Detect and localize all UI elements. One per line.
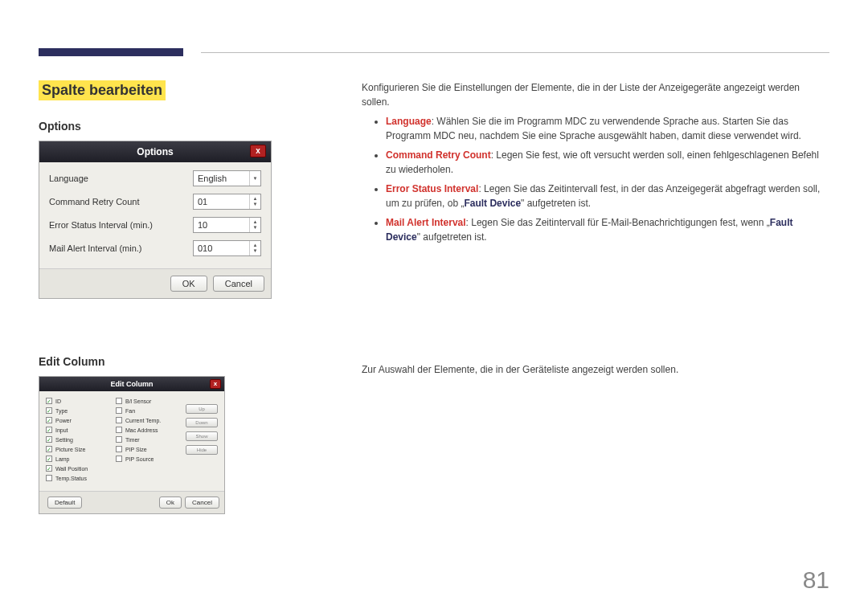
- spinner-arrows-icon: ▲▼: [249, 241, 260, 255]
- down-button[interactable]: Down: [186, 418, 218, 427]
- checkbox-icon[interactable]: ✓: [46, 456, 52, 462]
- mailalert-label: Mail Alert Interval (min.): [49, 243, 142, 253]
- options-subheading: Options: [39, 120, 280, 133]
- language-bullet: Language: Wählen Sie die im Programm MDC…: [386, 114, 829, 143]
- mailalert-desc1: : Legen Sie das Zeitintervall für E-Mail…: [466, 217, 770, 228]
- options-dialog-body: Language English ▼ Command Retry Count 0…: [39, 162, 271, 268]
- mailalert-desc2: " aufgetreten ist.: [417, 231, 487, 243]
- checkbox-icon[interactable]: ✓: [46, 427, 52, 433]
- language-value: English: [198, 174, 227, 183]
- page-number: 81: [803, 566, 829, 594]
- editcolumn-side-buttons: Up Down Show Hide: [186, 398, 218, 484]
- checkbox-icon[interactable]: ✓: [46, 446, 52, 452]
- language-select[interactable]: English ▼: [193, 170, 261, 186]
- list-item[interactable]: Temp.Status: [46, 475, 116, 481]
- list-item[interactable]: Current Temp.: [116, 417, 186, 423]
- list-item-label: Wall Position: [55, 466, 88, 472]
- errstatus-value: 10: [198, 220, 207, 230]
- chevron-down-icon: ▼: [249, 171, 260, 186]
- mailalert-bullet: Mail Alert Interval: Legen Sie das Zeiti…: [386, 215, 829, 244]
- retry-value: 01: [198, 197, 207, 206]
- list-item-label: Picture Size: [55, 447, 85, 452]
- options-dialog-footer: OK Cancel: [39, 268, 271, 298]
- errstatus-bullet: Error Status Interval: Legen Sie das Zei…: [386, 182, 829, 210]
- list-item[interactable]: ✓Setting: [46, 436, 116, 443]
- language-desc: : Wählen Sie die im Programm MDC zu verw…: [386, 116, 801, 141]
- checkbox-icon[interactable]: ✓: [46, 436, 52, 443]
- retry-label: Command Retry Count: [49, 197, 140, 206]
- up-button[interactable]: Up: [186, 404, 218, 414]
- list-item-label: PIP Size: [125, 447, 147, 452]
- list-item[interactable]: ✓Wall Position: [46, 465, 116, 472]
- list-item-label: Mac Address: [125, 427, 158, 433]
- checkbox-icon[interactable]: ✓: [46, 417, 52, 423]
- intro-text: Konfigurieren Sie die Einstellungen der …: [362, 80, 829, 109]
- retry-row: Command Retry Count 01 ▲▼: [49, 194, 261, 210]
- show-button[interactable]: Show: [186, 431, 218, 441]
- close-icon[interactable]: x: [250, 145, 266, 157]
- default-button[interactable]: Default: [47, 497, 82, 509]
- list-item[interactable]: ✓ID: [46, 398, 116, 404]
- list-item[interactable]: Timer: [116, 436, 186, 443]
- editcol-desc: Zur Auswahl der Elemente, die in der Ger…: [362, 364, 829, 375]
- list-item[interactable]: B/l Sensor: [116, 398, 186, 404]
- list-item-label: Fan: [125, 408, 135, 414]
- options-dialog-title: Options x: [39, 141, 271, 162]
- retry-bullet: Command Retry Count: Legen Sie fest, wie…: [386, 148, 829, 177]
- spinner-arrows-icon: ▲▼: [249, 218, 260, 232]
- editcolumn-dialog-title: Edit Column x: [39, 377, 224, 391]
- list-item-label: Setting: [55, 437, 73, 443]
- ok-button[interactable]: Ok: [159, 497, 182, 509]
- checkbox-icon[interactable]: ✓: [46, 407, 52, 414]
- editcolumn-col1: ✓ID✓Type✓Power✓Input✓Setting✓Picture Siz…: [46, 398, 116, 484]
- mailalert-spinner[interactable]: 010 ▲▼: [193, 240, 261, 256]
- checkbox-icon[interactable]: [116, 427, 122, 433]
- checkbox-icon[interactable]: ✓: [46, 398, 52, 404]
- checkbox-icon[interactable]: [116, 446, 122, 452]
- language-key: Language: [386, 116, 432, 127]
- list-item-label: Temp.Status: [55, 476, 87, 481]
- list-item[interactable]: ✓Picture Size: [46, 446, 116, 452]
- body-text-options: Konfigurieren Sie die Einstellungen der …: [362, 80, 829, 249]
- checkbox-icon[interactable]: [116, 407, 122, 414]
- close-icon[interactable]: x: [210, 379, 221, 389]
- retry-spinner[interactable]: 01 ▲▼: [193, 194, 261, 210]
- errstatus-key: Error Status Interval: [386, 183, 478, 194]
- list-item[interactable]: ✓Power: [46, 417, 116, 423]
- ok-button[interactable]: OK: [170, 276, 207, 292]
- editcolumn-dialog: Edit Column x ✓ID✓Type✓Power✓Input✓Setti…: [39, 376, 225, 514]
- list-item-label: Input: [55, 427, 68, 433]
- cancel-button[interactable]: Cancel: [185, 497, 219, 509]
- editcolumn-col2: B/l SensorFanCurrent Temp.Mac AddressTim…: [116, 398, 186, 484]
- errstatus-desc2: " aufgetreten ist.: [521, 198, 591, 209]
- language-row: Language English ▼: [49, 170, 261, 186]
- fault-device-term: Fault Device: [464, 198, 521, 209]
- list-item[interactable]: PIP Source: [116, 456, 186, 462]
- editcolumn-title-text: Edit Column: [111, 380, 154, 388]
- list-item[interactable]: Fan: [116, 407, 186, 414]
- list-item[interactable]: ✓Type: [46, 407, 116, 414]
- list-item-label: Current Temp.: [125, 418, 161, 423]
- list-item[interactable]: ✓Lamp: [46, 456, 116, 462]
- checkbox-icon[interactable]: [116, 436, 122, 443]
- checkbox-icon[interactable]: [46, 475, 52, 481]
- cancel-button[interactable]: Cancel: [213, 276, 264, 292]
- list-item[interactable]: Mac Address: [116, 427, 186, 433]
- checkbox-icon[interactable]: ✓: [46, 465, 52, 472]
- list-item[interactable]: ✓Input: [46, 427, 116, 433]
- errstatus-row: Error Status Interval (min.) 10 ▲▼: [49, 217, 261, 233]
- errstatus-spinner[interactable]: 10 ▲▼: [193, 217, 261, 233]
- checkbox-icon[interactable]: [116, 456, 122, 462]
- errstatus-label: Error Status Interval (min.): [49, 220, 153, 230]
- checkbox-icon[interactable]: [116, 398, 122, 404]
- checkbox-icon[interactable]: [116, 417, 122, 423]
- list-item-label: Type: [55, 408, 68, 414]
- list-item-label: Timer: [125, 437, 140, 443]
- hide-button[interactable]: Hide: [186, 445, 218, 455]
- list-item-label: Lamp: [55, 456, 70, 462]
- list-item[interactable]: PIP Size: [116, 446, 186, 452]
- options-dialog-title-text: Options: [137, 146, 173, 157]
- header-rule: [201, 52, 829, 53]
- section-heading: Spalte bearbeiten: [39, 80, 166, 100]
- editcolumn-footer: Default Ok Cancel: [39, 491, 224, 513]
